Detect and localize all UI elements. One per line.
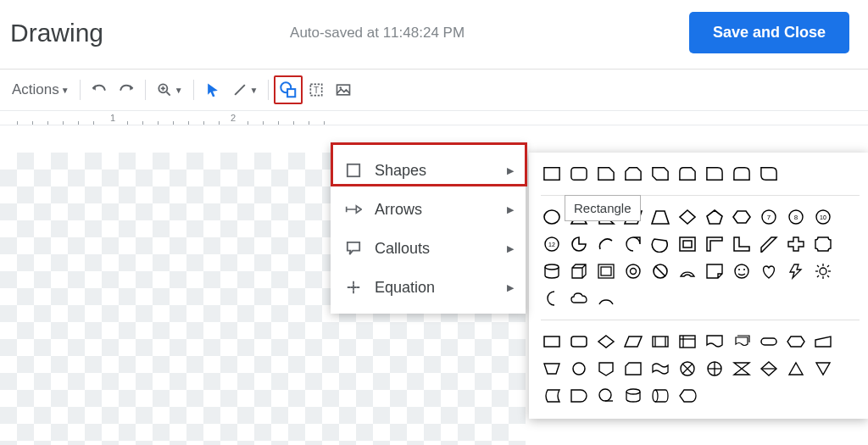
shape-flow-decision[interactable] (595, 331, 617, 353)
dropdown-icon: ▼ (61, 86, 70, 95)
submenu-arrow-icon: ▶ (507, 282, 514, 293)
select-tool[interactable] (199, 75, 226, 104)
shape-snip-diagonal[interactable] (649, 163, 671, 185)
shape-flow-connector[interactable] (568, 358, 590, 380)
menu-shapes[interactable]: Shapes ▶ (331, 151, 526, 190)
shape-rectangle[interactable] (541, 163, 563, 185)
shape-flow-extract[interactable] (785, 358, 807, 380)
svg-point-15 (544, 210, 559, 224)
shape-block-arc[interactable] (676, 260, 698, 282)
shape-lightning[interactable] (785, 260, 807, 282)
shape-cross[interactable] (785, 233, 807, 255)
shape-flow-data[interactable] (622, 331, 644, 353)
shape-dodecagon[interactable]: 12 (541, 233, 563, 255)
shape-flow-summing[interactable] (676, 358, 698, 380)
shape-decagon[interactable]: 10 (812, 206, 834, 228)
shape-arc[interactable] (595, 233, 617, 255)
shape-sun[interactable] (812, 260, 834, 282)
shape-flow-offpage[interactable] (595, 358, 617, 380)
shape-flow-internal-storage[interactable] (676, 331, 698, 353)
shape-flow-sequential-access[interactable] (595, 385, 617, 407)
shape-snip-round[interactable] (676, 163, 698, 185)
shape-flow-merge[interactable] (812, 358, 834, 380)
shape-rounded-rectangle[interactable] (568, 163, 590, 185)
shape-octagon[interactable]: 8 (785, 206, 807, 228)
shape-flow-or[interactable] (704, 358, 726, 380)
shape-chord[interactable] (649, 233, 671, 255)
shape-arc-shape[interactable] (595, 287, 617, 309)
shape-snip-corner[interactable] (595, 163, 617, 185)
shape-flow-preparation[interactable] (785, 331, 807, 353)
shape-diamond[interactable] (676, 206, 698, 228)
shape-flow-stored-data[interactable] (541, 385, 563, 407)
redo-button[interactable] (113, 75, 140, 104)
shape-flow-display[interactable] (676, 385, 698, 407)
line-tool[interactable]: ▼ (226, 75, 264, 104)
actions-menu[interactable]: Actions ▼ (7, 75, 75, 104)
shape-l-shape[interactable] (731, 233, 753, 255)
shape-donut[interactable] (622, 260, 644, 282)
shape-trapezoid[interactable] (649, 206, 671, 228)
shape-flow-terminator[interactable] (758, 331, 780, 353)
shapes-group-standard: 7 8 10 12 (541, 206, 860, 309)
menu-equation[interactable]: Equation ▶ (331, 268, 526, 307)
shapes-group-basic (541, 163, 860, 185)
shape-heart[interactable] (758, 260, 780, 282)
svg-rect-53 (761, 338, 776, 345)
shape-flow-card[interactable] (622, 358, 644, 380)
svg-line-41 (817, 265, 819, 267)
shape-flow-predefined[interactable] (649, 331, 671, 353)
svg-line-32 (655, 266, 665, 276)
shape-snip-same-side[interactable] (622, 163, 644, 185)
shape-flow-manual-operation[interactable] (541, 358, 563, 380)
shape-round-diagonal[interactable] (758, 163, 780, 185)
shape-flow-magnetic-disk[interactable] (622, 385, 644, 407)
shape-flow-manual-input[interactable] (812, 331, 834, 353)
shape-teardrop[interactable] (622, 233, 644, 255)
shape-diagonal-stripe[interactable] (758, 233, 780, 255)
shape-round-same-side[interactable] (731, 163, 753, 185)
autosave-status: Auto-saved at 11:48:24 PM (290, 25, 465, 42)
separator (268, 80, 269, 100)
page-title: Drawing (10, 19, 103, 47)
shape-pentagon[interactable] (704, 206, 726, 228)
svg-rect-9 (337, 85, 350, 95)
shape-plaque[interactable] (812, 233, 834, 255)
save-and-close-button[interactable]: Save and Close (689, 12, 849, 53)
shape-bevel[interactable] (595, 260, 617, 282)
svg-rect-45 (544, 337, 559, 347)
svg-point-63 (626, 389, 640, 394)
shape-pie[interactable] (568, 233, 590, 255)
shape-flow-multidocument[interactable] (731, 331, 753, 353)
shape-frame[interactable] (676, 233, 698, 255)
shape-round-corner[interactable] (704, 163, 726, 185)
menu-arrows[interactable]: Arrows ▶ (331, 190, 526, 229)
shape-folded-corner[interactable] (704, 260, 726, 282)
shape-no-symbol[interactable] (649, 260, 671, 282)
shape-half-frame[interactable] (704, 233, 726, 255)
shape-heptagon[interactable]: 7 (758, 206, 780, 228)
undo-button[interactable] (86, 75, 113, 104)
header: Drawing Auto-saved at 11:48:24 PM Save a… (0, 0, 868, 69)
textbox-tool[interactable]: T (303, 75, 330, 104)
shape-flow-document[interactable] (704, 331, 726, 353)
shape-can[interactable] (541, 260, 563, 282)
shape-flow-collate[interactable] (731, 358, 753, 380)
shape-hexagon[interactable] (731, 206, 753, 228)
shape-flow-punched-tape[interactable] (649, 358, 671, 380)
zoom-button[interactable]: ▼ (151, 75, 188, 104)
menu-callouts[interactable]: Callouts ▶ (331, 229, 526, 268)
shape-flow-process[interactable] (541, 331, 563, 353)
shape-smiley[interactable] (731, 260, 753, 282)
shape-cube[interactable] (568, 260, 590, 282)
shape-flow-alt-process[interactable] (568, 331, 590, 353)
cursor-icon (204, 81, 221, 98)
shape-cloud[interactable] (568, 287, 590, 309)
shape-flow-direct-access[interactable] (649, 385, 671, 407)
shape-flow-sort[interactable] (758, 358, 780, 380)
shape-tool[interactable] (274, 75, 303, 104)
image-tool[interactable] (330, 75, 357, 104)
shape-oval[interactable] (541, 206, 563, 228)
shape-moon[interactable] (541, 287, 563, 309)
shape-flow-delay[interactable] (568, 385, 590, 407)
